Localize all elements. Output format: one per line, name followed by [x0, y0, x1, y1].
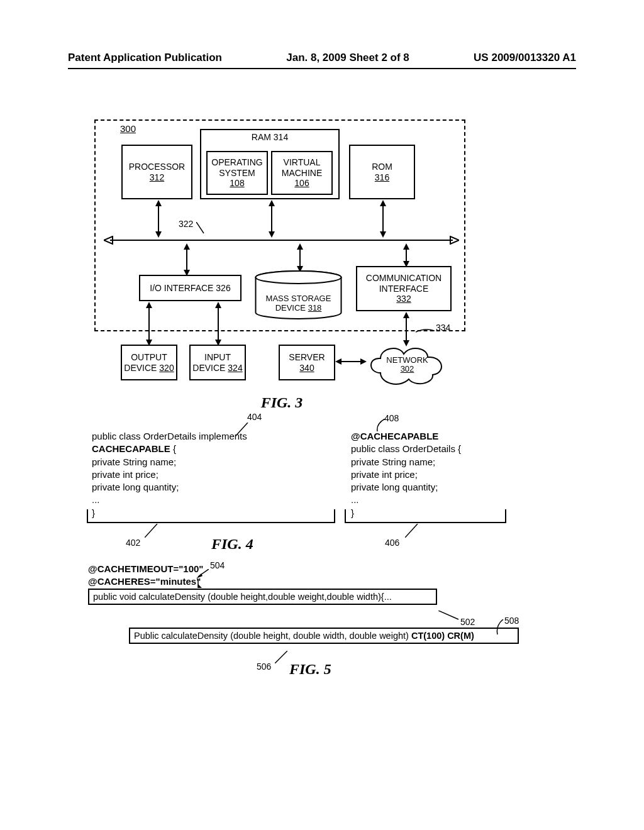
svg-point-23 — [256, 271, 341, 284]
bracket-406 — [345, 509, 506, 523]
svg-marker-6 — [155, 231, 162, 238]
header-left: Patent Application Publication — [68, 52, 222, 64]
mass-storage-label-1: MASS STORAGE — [253, 294, 343, 304]
code-snippet-502-annot: @CACHETIMEOUT="100" @CACHERES="minutes" — [88, 563, 528, 587]
svg-marker-14 — [184, 243, 190, 250]
svg-marker-5 — [155, 200, 162, 206]
rom-box: ROM 316 — [349, 145, 415, 199]
lead-406-line — [405, 524, 419, 538]
header-rule — [68, 68, 576, 69]
network-cloud: NETWORK 302 — [365, 345, 450, 385]
svg-line-38 — [405, 524, 418, 538]
arrow-comm-bus — [402, 243, 411, 267]
svg-marker-8 — [269, 200, 275, 206]
arrow-server-net — [335, 357, 367, 366]
code-line: ... — [92, 494, 328, 506]
code-line: private int price; — [92, 468, 328, 481]
output-label-1: OUTPUT — [131, 352, 167, 363]
svg-marker-42 — [197, 584, 202, 588]
processor-ref: 312 — [150, 172, 164, 183]
code-line: private String name; — [351, 456, 505, 468]
lead-508: 508 — [504, 616, 519, 626]
bus-label: 322 — [179, 219, 193, 229]
code-snippet-402: public class OrderDetails implements CAC… — [92, 430, 328, 519]
vm-box: VIRTUAL MACHINE 106 — [271, 151, 333, 195]
code-506-text: Public calculateDensity (double height, … — [134, 631, 474, 641]
comm-interface-box: COMMUNICATION INTERFACE 332 — [356, 266, 452, 311]
vm-label-1: VIRTUAL — [284, 157, 321, 168]
input-label-1: INPUT — [204, 352, 231, 363]
code-line: public class OrderDetails { — [351, 443, 505, 455]
ref-334: 334 — [436, 323, 450, 333]
server-box: SERVER 340 — [279, 345, 335, 380]
comm-label-1: COMMUNICATION — [366, 273, 441, 284]
bracket-402 — [87, 509, 335, 523]
svg-marker-20 — [403, 243, 409, 250]
output-device-box: OUTPUT DEVICE 320 — [121, 345, 177, 380]
svg-line-43 — [438, 611, 458, 619]
os-ref: 108 — [230, 178, 244, 189]
lead-508-line — [496, 619, 504, 636]
os-box: OPERATING SYSTEM 108 — [206, 151, 268, 195]
lead-502: 502 — [460, 617, 475, 627]
arrow-rom-bus — [379, 200, 387, 238]
network-label: NETWORK — [365, 356, 450, 365]
svg-marker-11 — [380, 200, 386, 206]
code-snippet-406: @CACHECAPABLE public class OrderDetails … — [351, 430, 505, 519]
arrow-comm-net — [402, 312, 411, 346]
lead-404: 404 — [247, 412, 262, 422]
mass-storage-label-group: MASS STORAGE DEVICE 318 — [253, 294, 343, 313]
lead-506: 506 — [257, 661, 271, 672]
lead-504-line — [196, 569, 209, 588]
svg-marker-34 — [335, 358, 341, 365]
header-right: US 2009/0013320 A1 — [474, 52, 576, 64]
cachetimeout-annot: @CACHETIMEOUT="100" — [88, 563, 528, 575]
code-box-506: Public calculateDensity (double height, … — [129, 628, 519, 644]
os-label-1: OPERATING — [211, 157, 262, 168]
arrow-io-bus — [182, 243, 191, 276]
cacheres-annot: @CACHERES="minutes" — [88, 575, 528, 588]
cachecapable-annotation: @CACHECAPABLE — [351, 430, 505, 443]
server-ref: 340 — [299, 363, 314, 374]
ram-label: RAM 314 — [252, 132, 288, 142]
lead-402: 402 — [126, 538, 140, 548]
cachecapable-keyword: CACHECAPABLE — [92, 443, 170, 454]
lead-408: 408 — [384, 413, 399, 423]
svg-marker-40 — [196, 573, 203, 578]
fig4-caption: FIG. 4 — [211, 536, 253, 553]
code-502-text: public void calculateDensity (double hei… — [93, 592, 392, 602]
lead-506-line — [275, 651, 287, 663]
arrow-ram-bus — [267, 200, 276, 238]
svg-marker-31 — [403, 312, 409, 318]
bus-label-text: 322 — [179, 219, 193, 229]
input-device-box: INPUT DEVICE 324 — [189, 345, 246, 380]
code-box-502: public void calculateDensity (double hei… — [88, 589, 437, 605]
vm-ref: 106 — [294, 178, 309, 189]
rom-ref: 316 — [375, 172, 389, 183]
network-ref: 302 — [365, 365, 450, 374]
lead-402-line — [145, 524, 158, 538]
svg-marker-9 — [269, 231, 275, 238]
lead-406: 406 — [385, 538, 399, 548]
figure-5: 504 @CACHETIMEOUT="100" @CACHERES="minut… — [88, 563, 528, 644]
arrow-proc-bus — [154, 200, 163, 238]
ref-300: 300 — [120, 123, 136, 134]
os-label-2: SYSTEM — [219, 168, 255, 179]
figure-3: 300 PROCESSOR 312 RAM 314 OPERATING SYST… — [94, 119, 472, 390]
code-line: public class OrderDetails implements CAC… — [92, 430, 328, 456]
header-center: Jan. 8, 2009 Sheet 2 of 8 — [286, 52, 409, 64]
ref-334-text: 334 — [436, 323, 450, 333]
patent-page: Patent Application Publication Jan. 8, 2… — [0, 0, 644, 830]
processor-box: PROCESSOR 312 — [121, 145, 192, 199]
svg-line-3 — [196, 222, 204, 233]
svg-marker-25 — [146, 302, 152, 308]
svg-marker-28 — [215, 302, 221, 308]
vm-label-2: MACHINE — [282, 168, 323, 179]
code-line: private long quantity; — [351, 481, 505, 494]
page-header: Patent Application Publication Jan. 8, 2… — [68, 52, 576, 64]
svg-marker-17 — [297, 243, 303, 250]
comm-label-2: INTERFACE — [379, 284, 429, 294]
processor-label: PROCESSOR — [129, 162, 185, 172]
code-line: private long quantity; — [92, 481, 328, 494]
svg-line-37 — [145, 524, 157, 538]
